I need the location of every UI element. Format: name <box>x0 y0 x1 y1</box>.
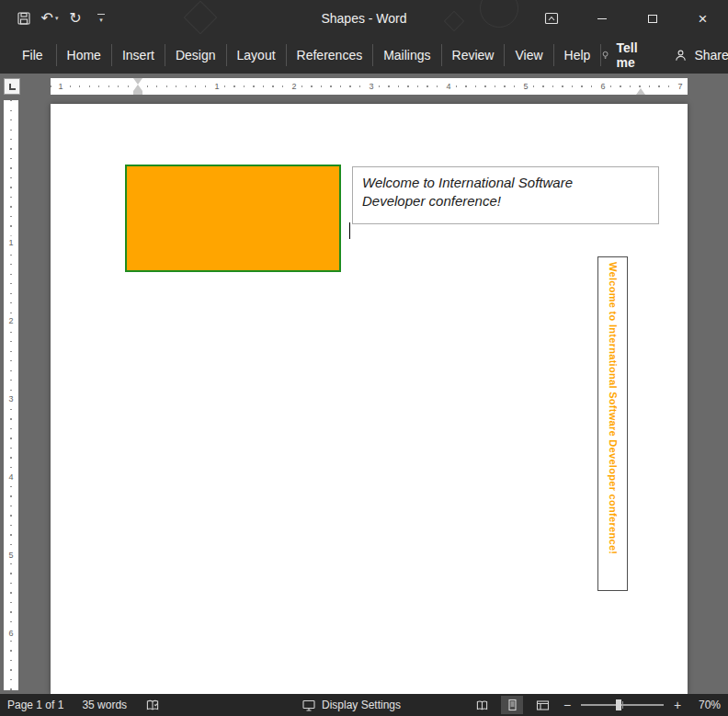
read-mode-icon <box>475 699 489 711</box>
zoom-level[interactable]: 70% <box>691 699 721 711</box>
window-controls: × <box>526 0 728 37</box>
proofing-check-icon <box>145 699 160 712</box>
document-workspace: 1 1 2 3 4 5 6 7 1 2 3 4 5 6 Welcome to I… <box>0 74 728 694</box>
tab-stop-selector[interactable] <box>4 78 20 95</box>
save-button[interactable] <box>13 6 35 31</box>
orange-rectangle-shape[interactable] <box>125 165 341 272</box>
hanging-indent-marker[interactable] <box>133 85 142 91</box>
ruler-number: 5 <box>520 83 530 91</box>
close-button[interactable]: × <box>677 0 728 37</box>
ruler-number: 1 <box>55 83 65 91</box>
vertical-ruler[interactable]: 1 2 3 4 5 6 <box>4 100 18 690</box>
page-number-status[interactable]: Page 1 of 1 <box>7 699 63 711</box>
ruler-number: 2 <box>8 314 13 328</box>
tab-insert[interactable]: Insert <box>112 37 165 74</box>
background-pattern <box>444 11 465 32</box>
maximize-button[interactable] <box>627 0 677 37</box>
left-indent-marker[interactable] <box>133 91 142 95</box>
undo-icon: ↶ <box>41 11 53 26</box>
repeat-icon: ↻ <box>69 11 81 26</box>
zoom-out-button[interactable]: − <box>562 698 573 712</box>
tab-design[interactable]: Design <box>165 37 226 74</box>
tab-layout[interactable]: Layout <box>227 37 286 74</box>
tab-review[interactable]: Review <box>442 37 505 74</box>
display-settings-icon <box>301 699 316 712</box>
ruler-number: 4 <box>8 471 13 484</box>
quick-access-toolbar: ↶ ▾ ↻ ▾ <box>0 6 112 31</box>
background-pattern <box>480 0 518 28</box>
ruler-number: 1 <box>211 83 222 91</box>
customize-quick-access-icon: ▾ <box>97 14 105 24</box>
print-layout-icon <box>506 699 518 711</box>
ruler-number: 6 <box>8 627 13 641</box>
minimize-button[interactable] <box>576 0 627 37</box>
maximize-icon <box>648 15 657 23</box>
ribbon-display-options-icon <box>544 12 559 25</box>
share-label: Share <box>694 48 728 63</box>
status-bar: Page 1 of 1 35 words Display Settings <box>0 694 728 716</box>
ruler-number: 6 <box>597 83 608 91</box>
vertical-text-box-text: Welcome to International Software Develo… <box>608 262 618 590</box>
ruler-number: 7 <box>675 83 685 91</box>
person-icon <box>674 49 688 63</box>
print-layout-button[interactable] <box>501 696 523 714</box>
repeat-button[interactable]: ↻ <box>64 6 86 31</box>
ruler-number: 2 <box>289 83 299 91</box>
zoom-slider-notch <box>622 701 623 709</box>
tab-view[interactable]: View <box>505 37 552 74</box>
tab-help[interactable]: Help <box>554 37 601 74</box>
first-line-indent-marker[interactable] <box>133 78 142 85</box>
window-title: Shapes - Word <box>321 0 406 37</box>
text-box-text: Welcome to International Software Develo… <box>362 174 603 210</box>
tell-me-button[interactable]: Tell me <box>601 40 643 70</box>
document-page[interactable]: Welcome to International Software Develo… <box>51 104 688 694</box>
customize-quick-access-button[interactable]: ▾ <box>90 6 112 31</box>
read-mode-button[interactable] <box>471 696 493 714</box>
word-count-status[interactable]: 35 words <box>82 699 127 711</box>
horizontal-text-box[interactable]: Welcome to International Software Develo… <box>352 166 659 224</box>
ruler-number: 4 <box>443 83 453 91</box>
title-bar: ↶ ▾ ↻ ▾ Shapes - Word × <box>0 0 728 37</box>
share-button[interactable]: Share <box>674 48 728 63</box>
display-settings-button[interactable]: Display Settings <box>301 694 401 716</box>
undo-button[interactable]: ↶ ▾ <box>39 6 61 31</box>
zoom-in-button[interactable]: + <box>672 698 683 712</box>
text-cursor <box>349 222 350 239</box>
ruler-number: 3 <box>8 392 13 406</box>
proofing-status-button[interactable] <box>145 699 160 712</box>
right-indent-marker[interactable] <box>636 88 645 95</box>
close-icon: × <box>699 11 708 27</box>
tab-file[interactable]: File <box>9 37 56 74</box>
horizontal-ruler[interactable]: 1 1 2 3 4 5 6 7 <box>51 78 688 95</box>
ruler-number: 1 <box>8 236 13 250</box>
save-icon <box>17 11 31 26</box>
vertical-text-box[interactable]: Welcome to International Software Develo… <box>597 256 628 591</box>
web-layout-button[interactable] <box>531 696 553 714</box>
zoom-slider-thumb[interactable] <box>616 699 621 710</box>
left-tab-stop-icon <box>9 84 16 90</box>
tab-mailings[interactable]: Mailings <box>373 37 440 74</box>
zoom-slider[interactable] <box>581 699 664 711</box>
tab-home[interactable]: Home <box>57 37 111 74</box>
lightbulb-icon <box>601 48 609 63</box>
tab-references[interactable]: References <box>287 37 373 74</box>
word-window: ↶ ▾ ↻ ▾ Shapes - Word × <box>0 0 728 716</box>
tell-me-label: Tell me <box>617 40 643 70</box>
undo-dropdown-icon: ▾ <box>55 15 59 22</box>
ruler-number: 3 <box>366 83 376 91</box>
background-pattern <box>184 1 218 35</box>
display-settings-label: Display Settings <box>322 699 401 711</box>
minimize-icon <box>597 18 607 19</box>
ribbon-display-options-button[interactable] <box>526 0 576 37</box>
ribbon-tab-bar: File Home Insert Design Layout Reference… <box>0 37 728 74</box>
ruler-number: 5 <box>8 549 13 563</box>
web-layout-icon <box>536 699 550 711</box>
